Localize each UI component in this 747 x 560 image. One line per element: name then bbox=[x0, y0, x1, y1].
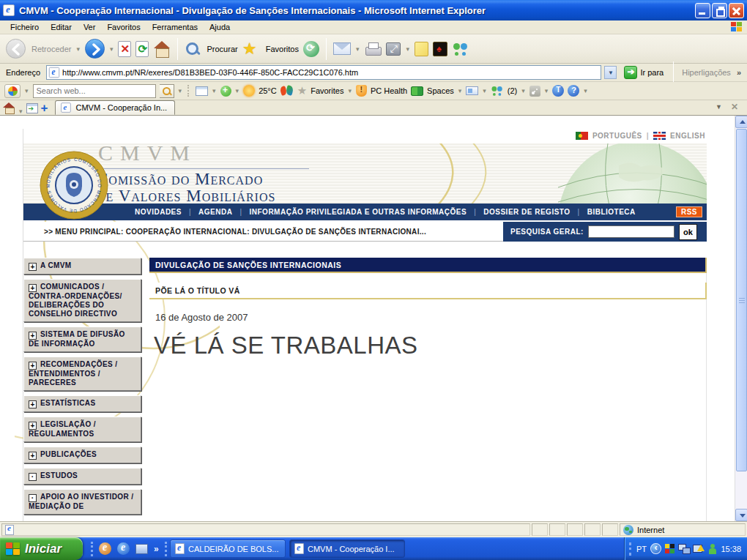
forward-dropdown-icon[interactable]: ▾ bbox=[110, 45, 114, 53]
nav-item[interactable]: AGENDA bbox=[182, 208, 232, 216]
help-dropdown-icon[interactable]: ▾ bbox=[584, 87, 587, 94]
live-favorites-label[interactable]: Favorites bbox=[311, 86, 343, 95]
clock[interactable]: 15:38 bbox=[721, 545, 741, 553]
rss-button[interactable]: RSS bbox=[676, 206, 702, 217]
pc-health-label[interactable]: PC Health bbox=[371, 86, 407, 95]
web-search-button[interactable] bbox=[160, 84, 174, 98]
form-fill-dropdown-icon[interactable]: ▾ bbox=[212, 87, 216, 94]
menu-item[interactable]: Favoritos bbox=[101, 21, 146, 33]
temperature-label[interactable]: 25°C bbox=[259, 86, 277, 95]
messenger-dropdown-icon[interactable]: ▾ bbox=[521, 87, 525, 94]
favorites-label[interactable]: Favoritos bbox=[266, 45, 299, 53]
toolbar-handle[interactable] bbox=[187, 85, 190, 97]
address-field[interactable] bbox=[46, 65, 601, 80]
sidebar-item[interactable]: A CMVM bbox=[23, 258, 141, 275]
minimize-button[interactable] bbox=[695, 3, 710, 18]
back-dropdown-icon[interactable]: ▾ bbox=[76, 45, 80, 53]
weather-sun-icon[interactable] bbox=[243, 85, 255, 97]
menu-item[interactable]: Ver bbox=[78, 21, 102, 33]
close-tab-icon[interactable]: ✕ bbox=[731, 102, 738, 112]
sidebar-item[interactable]: ESTUDOS bbox=[23, 468, 141, 485]
language-portuguese[interactable]: PORTUGUÊS bbox=[592, 132, 642, 140]
quick-launch-overflow-icon[interactable]: » bbox=[154, 544, 159, 554]
expand-icon[interactable] bbox=[29, 362, 37, 370]
resize-button[interactable] bbox=[386, 42, 401, 56]
quick-launch-handle[interactable] bbox=[91, 542, 93, 556]
language-english[interactable]: ENGLISH bbox=[670, 132, 705, 140]
cards-button[interactable] bbox=[433, 42, 447, 56]
expand-icon[interactable] bbox=[29, 332, 37, 340]
mail-card-dropdown-icon[interactable]: ▾ bbox=[483, 87, 486, 94]
tray-color-grid-icon[interactable] bbox=[665, 544, 674, 553]
security-warning-icon[interactable] bbox=[693, 544, 705, 553]
mail-dropdown-icon[interactable]: ▾ bbox=[356, 45, 360, 53]
keyboard-language-indicator[interactable]: PT bbox=[636, 545, 647, 553]
web-search-box[interactable] bbox=[33, 84, 156, 98]
expand-icon[interactable] bbox=[29, 473, 37, 481]
live-favorites-dropdown-icon[interactable]: ▾ bbox=[348, 87, 352, 94]
spaces-dropdown-icon[interactable]: ▾ bbox=[458, 87, 462, 94]
tab-home-icon[interactable] bbox=[3, 102, 15, 113]
restore-button[interactable] bbox=[712, 3, 727, 18]
print-button[interactable] bbox=[364, 42, 382, 56]
address-input[interactable] bbox=[62, 68, 599, 77]
web-search-input[interactable] bbox=[37, 86, 152, 95]
close-button[interactable] bbox=[729, 3, 744, 18]
search-icon[interactable] bbox=[185, 41, 201, 57]
scrollbar-thumb[interactable] bbox=[736, 129, 747, 471]
live-windows-button[interactable] bbox=[4, 84, 21, 98]
vertical-scrollbar[interactable] bbox=[735, 116, 747, 521]
notes-button[interactable] bbox=[415, 42, 428, 56]
pc-health-shield-icon[interactable] bbox=[356, 85, 367, 97]
messenger-tray-icon[interactable] bbox=[708, 544, 716, 554]
expand-icon[interactable] bbox=[29, 284, 37, 292]
favorites-star-icon[interactable] bbox=[242, 41, 260, 57]
messenger-button[interactable] bbox=[452, 42, 469, 56]
site-search-input[interactable] bbox=[588, 225, 674, 238]
spaces-label[interactable]: Spaces bbox=[427, 86, 454, 95]
menu-item[interactable]: Ficheiro bbox=[4, 21, 45, 33]
portugal-flag-icon[interactable] bbox=[576, 132, 588, 140]
live-favorites-star-icon[interactable]: ★ bbox=[297, 84, 307, 97]
sidebar-item[interactable]: LEGISLAÇÃO / REGULAMENTOS bbox=[23, 417, 141, 442]
hide-icons-button[interactable] bbox=[650, 543, 661, 554]
sidebar-item[interactable]: ESTATÍSTICAS bbox=[23, 395, 141, 412]
nav-item[interactable]: DOSSIER DE REGISTO bbox=[467, 208, 570, 216]
feeds-dropdown-icon[interactable]: ▾ bbox=[545, 87, 549, 94]
tab-home-dropdown-icon[interactable]: ▾ bbox=[19, 108, 23, 115]
sidebar-item[interactable]: SISTEMA DE DIFUSÃO DE INFORMAÇÃO bbox=[23, 326, 141, 352]
messenger-contacts-icon[interactable] bbox=[491, 86, 504, 97]
quick-launch-handle[interactable] bbox=[165, 542, 167, 556]
add-content-icon[interactable] bbox=[220, 86, 231, 97]
tab-active[interactable]: CMVM - Cooperação In... bbox=[55, 100, 175, 115]
mail-card-icon[interactable] bbox=[466, 86, 478, 95]
expand-icon[interactable] bbox=[29, 263, 37, 271]
address-dropdown-icon[interactable]: ▼ bbox=[604, 66, 617, 79]
scroll-down-button[interactable] bbox=[735, 509, 747, 521]
sidebar-item[interactable]: RECOMENDAÇÕES / ENTENDIMENTOS / PARECERE… bbox=[23, 356, 141, 391]
stop-button[interactable]: ✕ bbox=[118, 41, 131, 57]
sidebar-item[interactable]: APOIO AO INVESTIDOR / MEDIAÇÃO DE bbox=[23, 489, 141, 515]
menu-item[interactable]: Ajuda bbox=[204, 21, 236, 33]
start-button[interactable]: Iniciar bbox=[0, 537, 83, 560]
network-icon[interactable] bbox=[678, 544, 690, 553]
site-search-ok-button[interactable]: ok bbox=[679, 224, 697, 240]
history-button[interactable] bbox=[303, 41, 319, 57]
form-fill-icon[interactable] bbox=[196, 86, 208, 96]
nav-item[interactable]: BIBLIOTECA bbox=[571, 208, 636, 216]
taskbar-task-2-active[interactable]: CMVM - Cooperação I... bbox=[289, 540, 405, 558]
taskbar-task-1[interactable]: CALDEIRÃO DE BOLS... bbox=[170, 540, 286, 558]
sidebar-item[interactable]: COMUNICADOS / CONTRA-ORDENAÇÕES/ DELIBER… bbox=[23, 279, 141, 322]
feeds-icon[interactable] bbox=[529, 86, 540, 97]
uk-flag-icon[interactable] bbox=[653, 132, 666, 140]
msn-butterfly-icon[interactable] bbox=[280, 86, 294, 97]
spaces-icon[interactable] bbox=[411, 86, 423, 96]
home-button[interactable] bbox=[153, 41, 171, 57]
resize-dropdown-icon[interactable]: ▾ bbox=[406, 45, 409, 53]
add-content-dropdown-icon[interactable]: ▾ bbox=[236, 87, 239, 94]
new-tab-icon[interactable]: + bbox=[41, 102, 48, 114]
expand-icon[interactable] bbox=[29, 452, 37, 460]
nav-item[interactable]: NOVIDADES bbox=[135, 208, 182, 216]
expand-icon[interactable] bbox=[29, 422, 37, 430]
menu-item[interactable]: Editar bbox=[45, 21, 78, 33]
